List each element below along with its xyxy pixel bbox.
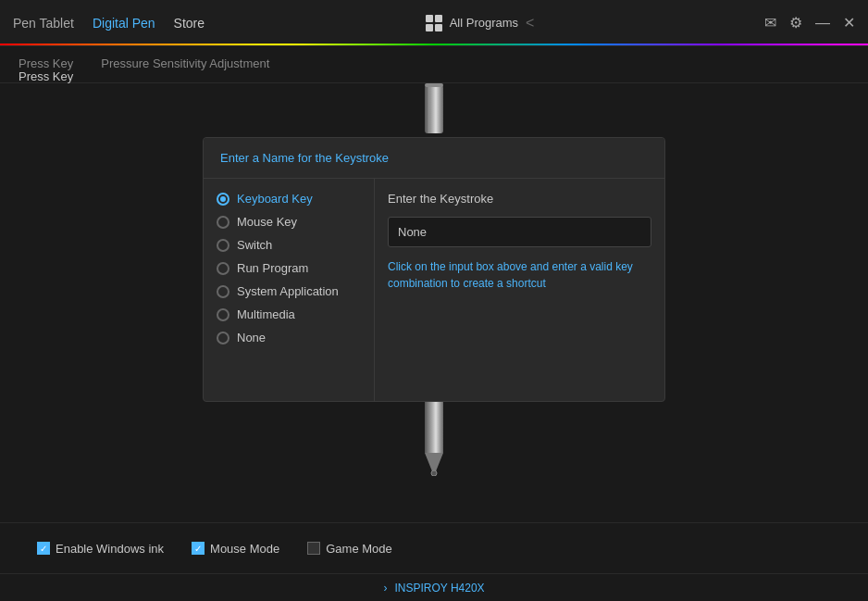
keystroke-dialog: Enter a Name for the Keystroke Keyboard … bbox=[203, 137, 665, 402]
radio-none[interactable] bbox=[217, 332, 229, 344]
svg-rect-0 bbox=[425, 85, 443, 133]
option-none[interactable]: None bbox=[217, 331, 361, 344]
radio-run-program[interactable] bbox=[217, 262, 229, 275]
dialog-options: Keyboard Key Mouse Key Switch Run Progra… bbox=[204, 179, 375, 401]
option-keyboard-key[interactable]: Keyboard Key bbox=[217, 192, 361, 206]
enable-windows-ink-checkbox[interactable]: Enable Windows ink bbox=[37, 542, 164, 556]
option-switch-label: Switch bbox=[237, 238, 272, 252]
footer-chevron-icon: › bbox=[383, 582, 387, 595]
minimize-icon[interactable]: — bbox=[815, 15, 830, 31]
option-none-label: None bbox=[237, 331, 266, 344]
tabs-bar: Press Key Pressure Sensitivity Adjustmen… bbox=[0, 46, 868, 83]
option-run-program[interactable]: Run Program bbox=[217, 261, 361, 275]
footer-device-name: INSPIROY H420X bbox=[394, 582, 484, 595]
titlebar-center: All Programs < bbox=[205, 15, 764, 31]
option-mouse-key-label: Mouse Key bbox=[237, 215, 297, 229]
rainbow-bar bbox=[0, 44, 868, 45]
radio-system-application[interactable] bbox=[217, 285, 229, 298]
press-key-sidebar-label: Press Key bbox=[19, 69, 73, 83]
keystroke-input[interactable] bbox=[388, 217, 651, 247]
game-mode-label: Game Mode bbox=[326, 542, 392, 556]
tab-pressure[interactable]: Pressure Sensitivity Adjustment bbox=[101, 56, 269, 72]
bottom-bar: Enable Windows ink Mouse Mode Game Mode bbox=[0, 522, 868, 573]
svg-point-5 bbox=[431, 470, 437, 476]
mouse-mode-label: Mouse Mode bbox=[210, 542, 279, 556]
titlebar: Pen Tablet Digital Pen Store All Program… bbox=[0, 0, 868, 46]
option-system-application[interactable]: System Application bbox=[217, 284, 361, 298]
option-switch[interactable]: Switch bbox=[217, 238, 361, 252]
pen-illustration: Enter a Name for the Keystroke Keyboard … bbox=[203, 83, 665, 476]
keystroke-hint: Click on the input box above and enter a… bbox=[388, 258, 651, 292]
svg-marker-4 bbox=[425, 453, 443, 471]
grid-icon[interactable] bbox=[426, 15, 442, 31]
mouse-mode-checkbox[interactable]: Mouse Mode bbox=[192, 542, 279, 556]
mouse-mode-box[interactable] bbox=[192, 542, 205, 555]
svg-rect-2 bbox=[425, 83, 443, 87]
pen-bottom-svg bbox=[417, 402, 451, 476]
option-mouse-key[interactable]: Mouse Key bbox=[217, 215, 361, 229]
window-controls: ✉ ⚙ — ✕ bbox=[764, 14, 855, 31]
close-icon[interactable]: ✕ bbox=[843, 14, 855, 31]
nav-back-icon[interactable]: < bbox=[526, 15, 534, 31]
svg-rect-3 bbox=[425, 402, 443, 453]
keystroke-title: Enter the Keystroke bbox=[388, 192, 651, 206]
dialog-right-panel: Enter the Keystroke Click on the input b… bbox=[375, 179, 664, 401]
radio-mouse-key[interactable] bbox=[217, 216, 229, 229]
app-title-pen-tablet: Pen Tablet bbox=[13, 16, 74, 31]
enable-windows-ink-box[interactable] bbox=[37, 542, 50, 555]
radio-multimedia[interactable] bbox=[217, 308, 229, 321]
option-run-program-label: Run Program bbox=[237, 261, 308, 275]
option-multimedia[interactable]: Multimedia bbox=[217, 307, 361, 321]
all-programs-label[interactable]: All Programs bbox=[450, 16, 518, 30]
game-mode-box[interactable] bbox=[307, 542, 320, 555]
game-mode-checkbox[interactable]: Game Mode bbox=[307, 542, 392, 556]
app-title-digital-pen[interactable]: Digital Pen bbox=[93, 16, 155, 31]
enable-windows-ink-label: Enable Windows ink bbox=[56, 542, 164, 556]
radio-switch[interactable] bbox=[217, 239, 229, 252]
pen-top-svg bbox=[417, 83, 451, 137]
radio-keyboard-key[interactable] bbox=[217, 193, 229, 206]
app-title-store[interactable]: Store bbox=[174, 16, 205, 31]
footer: › INSPIROY H420X bbox=[0, 573, 868, 601]
option-system-application-label: System Application bbox=[237, 284, 339, 298]
option-keyboard-key-label: Keyboard Key bbox=[237, 192, 313, 206]
option-multimedia-label: Multimedia bbox=[237, 307, 295, 321]
mail-icon[interactable]: ✉ bbox=[764, 14, 776, 31]
svg-rect-1 bbox=[428, 85, 429, 133]
dialog-body: Keyboard Key Mouse Key Switch Run Progra… bbox=[204, 179, 664, 401]
dialog-header: Enter a Name for the Keystroke bbox=[204, 138, 664, 179]
settings-icon[interactable]: ⚙ bbox=[789, 14, 802, 31]
